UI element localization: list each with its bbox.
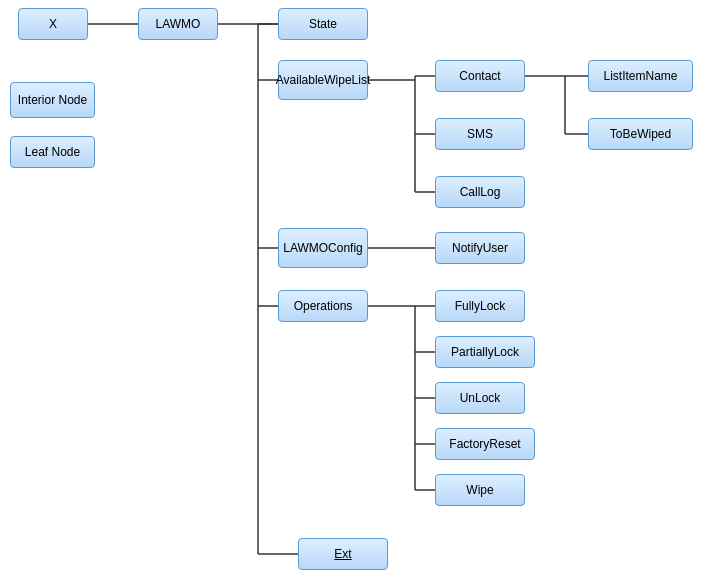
node-state[interactable]: State xyxy=(278,8,368,40)
node-availwipe[interactable]: AvailableWipeList xyxy=(278,60,368,100)
node-tobewipped[interactable]: ToBeWiped xyxy=(588,118,693,150)
node-unlock[interactable]: UnLock xyxy=(435,382,525,414)
node-x[interactable]: X xyxy=(18,8,88,40)
node-fullylock[interactable]: FullyLock xyxy=(435,290,525,322)
diagram-canvas: Interior Node Leaf Node X LAWMO State Av… xyxy=(0,0,710,584)
node-lawmo[interactable]: LAWMO xyxy=(138,8,218,40)
legend-leaf-label: Leaf Node xyxy=(25,145,80,159)
node-sms[interactable]: SMS xyxy=(435,118,525,150)
node-notifyuser[interactable]: NotifyUser xyxy=(435,232,525,264)
node-wipe[interactable]: Wipe xyxy=(435,474,525,506)
node-lawmoconfig[interactable]: LAWMOConfig xyxy=(278,228,368,268)
legend-leaf-node: Leaf Node xyxy=(10,136,95,168)
node-partiallylock[interactable]: PartiallyLock xyxy=(435,336,535,368)
legend-interior-label: Interior Node xyxy=(18,93,87,107)
node-contact[interactable]: Contact xyxy=(435,60,525,92)
node-operations[interactable]: Operations xyxy=(278,290,368,322)
node-listitemname[interactable]: ListItemName xyxy=(588,60,693,92)
legend-interior-node: Interior Node xyxy=(10,82,95,118)
node-ext[interactable]: Ext xyxy=(298,538,388,570)
node-calllog[interactable]: CallLog xyxy=(435,176,525,208)
node-factoryreset[interactable]: FactoryReset xyxy=(435,428,535,460)
